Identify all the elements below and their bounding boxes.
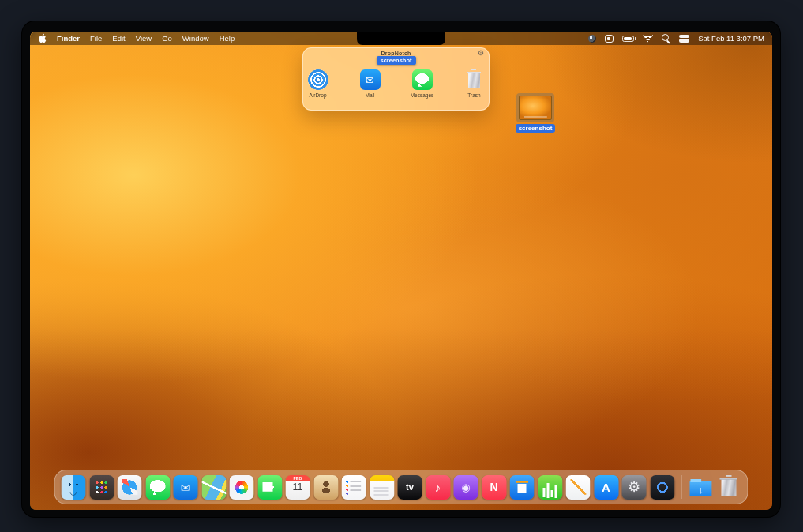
menu-file[interactable]: File — [90, 34, 102, 43]
dropnotch-item-airdrop[interactable]: AirDrop — [305, 69, 332, 98]
podcasts-glyph: ◉ — [461, 482, 470, 493]
menu-bar-status-area: Sat Feb 11 3:07 PM — [588, 34, 764, 43]
menu-help[interactable]: Help — [220, 34, 235, 43]
airdrop-icon — [308, 69, 328, 90]
laptop-bezel: Finder FileEditViewGoWindowHelp Sat Feb … — [22, 21, 780, 517]
calendar-cal-day: 11 — [286, 481, 310, 493]
airdrop-label: AirDrop — [309, 92, 326, 98]
dock-system-settings-icon[interactable]: ⚙ — [622, 475, 647, 500]
battery-icon[interactable] — [622, 36, 634, 42]
tv-glyph: tv — [406, 483, 414, 492]
dock-downloads-icon[interactable]: ↓ — [689, 475, 713, 500]
mail-glyph: ✉ — [181, 481, 191, 493]
music-glyph: ♪ — [435, 481, 441, 493]
messages-label: Messages — [411, 92, 434, 98]
dock-numbers-icon[interactable] — [538, 475, 562, 500]
apple-logo-icon — [38, 33, 47, 43]
wifi-icon[interactable] — [643, 35, 653, 43]
dock-music-icon[interactable]: ♪ — [426, 475, 450, 500]
dock-separator — [681, 475, 682, 499]
dock-news-icon[interactable]: N — [482, 475, 506, 500]
dock-facetime-icon[interactable] — [257, 475, 282, 500]
menu-view[interactable]: View — [136, 34, 152, 43]
menu-edit[interactable]: Edit — [112, 34, 125, 43]
dock-notes-icon[interactable] — [370, 475, 394, 500]
finder-glyph: ◡ — [69, 487, 77, 496]
dock-keynote-icon[interactable] — [510, 475, 535, 500]
screenshot-thumbnail — [519, 96, 552, 120]
spotlight-icon[interactable] — [662, 34, 670, 43]
trash-icon — [464, 69, 485, 90]
dock-finder-icon[interactable]: ◡ — [62, 475, 86, 500]
dock-podcasts-icon[interactable]: ◉ — [454, 475, 478, 500]
app-store-glyph: A — [602, 481, 610, 493]
menu-go[interactable]: Go — [162, 34, 172, 43]
dock-reminders-icon[interactable] — [342, 475, 366, 500]
mail-glyph: ✉ — [360, 69, 381, 90]
dropnotch-item-trash[interactable]: Trash — [461, 69, 488, 98]
mail-label: Mail — [366, 92, 375, 98]
downloads-glyph: ↓ — [698, 485, 704, 495]
dock-tv-icon[interactable]: tv — [398, 475, 422, 500]
dock-app-store-icon[interactable]: A — [594, 475, 618, 500]
dock-contacts-icon[interactable] — [313, 475, 338, 500]
dock-launchpad-icon[interactable] — [89, 475, 114, 500]
dragged-file-label[interactable]: screenshot — [376, 56, 415, 65]
menu-list: FileEditViewGoWindowHelp — [90, 34, 235, 43]
dropnotch-title: DropNotch — [303, 51, 489, 56]
dropnotch-panel[interactable]: DropNotch screenshot ⚙ AirDrop✉MailMessa… — [302, 47, 490, 111]
mail-icon: ✉ — [360, 69, 381, 90]
screen: Finder FileEditViewGoWindowHelp Sat Feb … — [30, 32, 772, 510]
menu-window[interactable]: Window — [182, 34, 209, 43]
dock-safari-icon[interactable] — [118, 475, 142, 500]
menu-bar-left: Finder FileEditViewGoWindowHelp — [38, 33, 235, 43]
menu-bar-clock[interactable]: Sat Feb 11 3:07 PM — [698, 34, 764, 43]
dock-pages-icon[interactable] — [566, 475, 591, 500]
dock-trash-icon[interactable] — [717, 475, 741, 500]
apple-menu[interactable] — [38, 33, 47, 43]
dropnotch-item-messages[interactable]: Messages — [409, 69, 436, 98]
dock: ◡✉FEB11tv♪◉NA⚙↓ — [54, 470, 749, 504]
trash-label: Trash — [467, 92, 480, 98]
selection-highlight — [516, 93, 554, 122]
gear-icon[interactable]: ⚙ — [478, 50, 484, 57]
camera-notch — [357, 32, 445, 45]
dock-maps-icon[interactable] — [201, 475, 226, 500]
stats-knob-icon[interactable] — [588, 35, 596, 43]
control-center-icon[interactable] — [679, 35, 689, 43]
desktop-file-label: screenshot — [516, 124, 556, 133]
calendar-cal-month: FEB — [286, 476, 310, 481]
dock-mail-icon[interactable]: ✉ — [174, 475, 198, 500]
system-settings-glyph: ⚙ — [628, 480, 640, 494]
dock-messages-icon[interactable] — [145, 475, 170, 500]
desktop-file-screenshot[interactable]: screenshot — [512, 93, 558, 133]
messages-icon — [412, 69, 433, 90]
desk-background: Finder FileEditViewGoWindowHelp Sat Feb … — [0, 0, 803, 532]
dropnotch-targets: AirDrop✉MailMessagesTrash — [303, 69, 489, 98]
news-glyph: N — [490, 481, 497, 493]
dropnotch-item-mail[interactable]: ✉Mail — [357, 69, 384, 98]
active-app-name[interactable]: Finder — [57, 34, 80, 43]
status-icon-list — [588, 34, 689, 43]
dock-dropnotch-icon[interactable] — [650, 475, 674, 500]
screen-widget-icon[interactable] — [605, 35, 614, 43]
dock-calendar-icon[interactable]: FEB11 — [286, 475, 310, 500]
dock-photos-icon[interactable] — [230, 475, 254, 500]
